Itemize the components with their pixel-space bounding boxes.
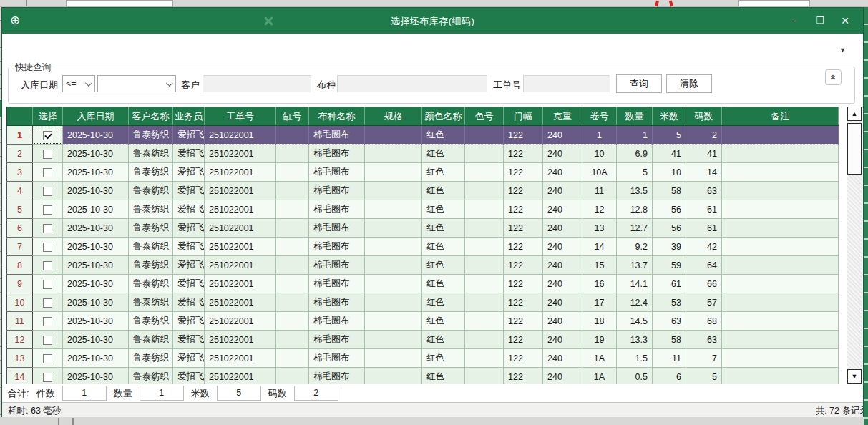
cell-select[interactable] bbox=[33, 368, 63, 384]
cell-date: 2025-10-30 bbox=[63, 368, 129, 384]
row-checkbox[interactable] bbox=[43, 373, 52, 382]
quantity-total: 1 bbox=[140, 386, 184, 401]
column-header-yards[interactable]: 码数 bbox=[686, 107, 722, 126]
cell-meters: 11 bbox=[653, 349, 686, 368]
cell-select[interactable] bbox=[33, 145, 63, 163]
column-header-workorder[interactable]: 工单号 bbox=[205, 107, 276, 126]
cell-colorno bbox=[465, 256, 504, 275]
clear-button[interactable]: 清除 bbox=[666, 74, 712, 93]
column-header-fabric[interactable]: 布种名称 bbox=[309, 107, 365, 126]
column-header-remark[interactable]: 备注 bbox=[722, 107, 839, 126]
column-header-date[interactable]: 入库日期 bbox=[63, 107, 129, 126]
vertical-scrollbar[interactable]: ▲ ▼ bbox=[847, 107, 862, 384]
row-checkbox[interactable] bbox=[43, 187, 52, 196]
cell-spec bbox=[365, 145, 422, 163]
toolbar-overflow-icon[interactable]: ▼ bbox=[839, 47, 846, 54]
table-row[interactable]: 112025-10-30鲁泰纺织爱招飞251022001棉毛圈布红色122240… bbox=[7, 312, 839, 331]
elapsed-time: 耗时: 63 毫秒 bbox=[8, 405, 61, 417]
cell-select[interactable] bbox=[33, 256, 63, 275]
column-header-spec[interactable]: 规格 bbox=[365, 107, 422, 126]
table-row[interactable]: 32025-10-30鲁泰纺织爱招飞251022001棉毛圈布红色1222401… bbox=[7, 163, 839, 182]
cell-yards: 61 bbox=[686, 219, 722, 238]
cell-customer: 鲁泰纺织 bbox=[129, 200, 173, 219]
row-checkbox[interactable] bbox=[43, 224, 52, 233]
meters-total: 5 bbox=[217, 386, 261, 401]
row-checkbox[interactable] bbox=[43, 317, 52, 326]
cell-select[interactable] bbox=[33, 182, 63, 200]
close-button[interactable]: ✕ bbox=[834, 14, 856, 29]
cell-remark bbox=[722, 145, 839, 163]
column-header-meters[interactable]: 米数 bbox=[653, 107, 686, 126]
column-header-color[interactable]: 颜色名称 bbox=[422, 107, 465, 126]
workorder-input[interactable] bbox=[523, 75, 610, 92]
row-checkbox[interactable] bbox=[43, 131, 52, 140]
column-header-qty[interactable]: 数量 bbox=[617, 107, 653, 126]
scroll-down-icon[interactable]: ▼ bbox=[847, 369, 862, 384]
table-row[interactable]: 92025-10-30鲁泰纺织爱招飞251022001棉毛圈布红色1222401… bbox=[7, 275, 839, 293]
table-row[interactable]: 22025-10-30鲁泰纺织爱招飞251022001棉毛圈布红色1222401… bbox=[7, 145, 839, 163]
column-header-width[interactable]: 门幅 bbox=[504, 107, 543, 126]
table-row[interactable]: 142025-10-30鲁泰纺织爱招飞251022001棉毛圈布红色122240… bbox=[7, 368, 839, 384]
inventory-grid: 选择入库日期客户名称业务员工单号缸号布种名称规格颜色名称色号门幅克重卷号数量米数… bbox=[6, 107, 839, 384]
table-row[interactable]: 132025-10-30鲁泰纺织爱招飞251022001棉毛圈布红色122240… bbox=[7, 349, 839, 368]
customer-input[interactable] bbox=[203, 75, 311, 92]
cell-customer: 鲁泰纺织 bbox=[129, 293, 173, 312]
maximize-button[interactable]: ❐ bbox=[809, 14, 831, 29]
cell-select[interactable] bbox=[33, 349, 63, 368]
row-checkbox[interactable] bbox=[43, 336, 52, 345]
cell-select[interactable] bbox=[33, 163, 63, 182]
table-row[interactable]: 72025-10-30鲁泰纺织爱招飞251022001棉毛圈布红色1222401… bbox=[7, 238, 839, 256]
cell-select[interactable] bbox=[33, 126, 63, 145]
cell-rownum: 7 bbox=[7, 238, 33, 256]
column-header-corner[interactable] bbox=[7, 107, 33, 126]
cell-yards: 64 bbox=[686, 256, 722, 275]
row-checkbox[interactable] bbox=[43, 168, 52, 177]
column-header-weight[interactable]: 克重 bbox=[543, 107, 582, 126]
row-checkbox[interactable] bbox=[43, 243, 52, 252]
column-header-select[interactable]: 选择 bbox=[33, 107, 63, 126]
table-row[interactable]: 122025-10-30鲁泰纺织爱招飞251022001棉毛圈布红色122240… bbox=[7, 331, 839, 349]
background-artifact bbox=[58, 418, 59, 425]
cell-spec bbox=[365, 368, 422, 384]
row-checkbox[interactable] bbox=[43, 280, 52, 289]
scroll-up-icon[interactable]: ▲ bbox=[847, 107, 862, 121]
row-checkbox[interactable] bbox=[43, 354, 52, 363]
table-row[interactable]: 12025-10-30鲁泰纺织爱招飞251022001棉毛圈布红色1222401… bbox=[7, 126, 839, 145]
date-value-select[interactable] bbox=[97, 75, 176, 92]
cell-roll: 19 bbox=[582, 331, 617, 349]
cell-select[interactable] bbox=[33, 238, 63, 256]
table-row[interactable]: 82025-10-30鲁泰纺织爱招飞251022001棉毛圈布红色1222401… bbox=[7, 256, 839, 275]
table-row[interactable]: 42025-10-30鲁泰纺织爱招飞251022001棉毛圈布红色1222401… bbox=[7, 182, 839, 200]
cell-select[interactable] bbox=[33, 331, 63, 349]
column-header-colorno[interactable]: 色号 bbox=[465, 107, 504, 126]
date-operator-select[interactable]: <= bbox=[62, 75, 95, 92]
row-checkbox[interactable] bbox=[43, 298, 52, 308]
collapse-panel-button[interactable]: « bbox=[825, 69, 842, 85]
column-header-salesman[interactable]: 业务员 bbox=[173, 107, 205, 126]
row-checkbox[interactable] bbox=[43, 205, 52, 215]
column-header-customer[interactable]: 客户名称 bbox=[129, 107, 173, 126]
row-checkbox[interactable] bbox=[43, 150, 52, 159]
column-header-roll[interactable]: 卷号 bbox=[582, 107, 617, 126]
scrollbar-thumb[interactable] bbox=[847, 123, 862, 175]
cell-spec bbox=[365, 293, 422, 312]
cell-remark bbox=[722, 331, 839, 349]
cell-select[interactable] bbox=[33, 200, 63, 219]
cell-select[interactable] bbox=[33, 275, 63, 293]
cell-spec bbox=[365, 219, 422, 238]
table-row[interactable]: 52025-10-30鲁泰纺织爱招飞251022001棉毛圈布红色1222401… bbox=[7, 200, 839, 219]
cell-roll: 1A bbox=[582, 349, 617, 368]
cell-select[interactable] bbox=[33, 219, 63, 238]
table-row[interactable]: 62025-10-30鲁泰纺织爱招飞251022001棉毛圈布红色1222401… bbox=[7, 219, 839, 238]
search-button[interactable]: 查询 bbox=[616, 74, 662, 93]
cell-colorno bbox=[465, 293, 504, 312]
cell-select[interactable] bbox=[33, 312, 63, 331]
yards-total: 2 bbox=[294, 386, 338, 401]
column-header-vat[interactable]: 缸号 bbox=[276, 107, 309, 126]
cell-select[interactable] bbox=[33, 293, 63, 312]
minimize-button[interactable]: – bbox=[782, 14, 804, 29]
fabric-input[interactable] bbox=[337, 75, 487, 92]
row-checkbox[interactable] bbox=[43, 261, 52, 270]
table-row[interactable]: 102025-10-30鲁泰纺织爱招飞251022001棉毛圈布红色122240… bbox=[7, 293, 839, 312]
cell-weight: 240 bbox=[543, 163, 582, 182]
